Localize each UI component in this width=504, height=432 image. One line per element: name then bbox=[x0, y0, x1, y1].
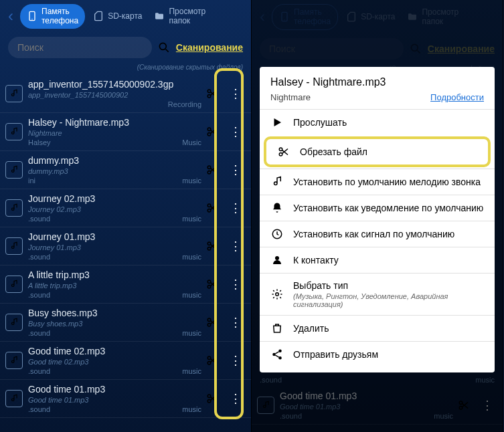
tab-sd-card[interactable]: SD-карта bbox=[89, 8, 146, 24]
list-item[interactable]: Good time 02.mp3 Good time 02.mp3 .sound… bbox=[0, 342, 251, 380]
action-share[interactable]: Отправить друзьям bbox=[260, 341, 495, 367]
cut-button[interactable] bbox=[201, 235, 223, 257]
tab-folders-label: Просмотр папок bbox=[169, 7, 205, 26]
details-link[interactable]: Подробности bbox=[430, 92, 484, 102]
tab-phone-memory[interactable]: Память телефона bbox=[20, 4, 85, 29]
tab-sd-label: SD-карта bbox=[108, 11, 142, 21]
action-clock[interactable]: Установить как сигнал по умолчанию bbox=[260, 221, 495, 247]
cut-button[interactable] bbox=[201, 274, 223, 295]
more-button[interactable]: ⋮ bbox=[226, 393, 246, 405]
screen-right: ‹ Память телефона SD-карта Просмотр папо… bbox=[252, 0, 503, 432]
cut-button[interactable] bbox=[201, 121, 223, 142]
action-bell[interactable]: Установить как уведомление по умолчанию bbox=[260, 195, 495, 221]
more-button[interactable]: ⋮ bbox=[226, 202, 246, 214]
scan-hint: (Сканирование скрытых файлов) bbox=[0, 62, 251, 75]
search-icon[interactable] bbox=[157, 41, 171, 54]
cut-button[interactable] bbox=[201, 350, 223, 371]
tab-folders[interactable]: Просмотр папок bbox=[150, 4, 209, 29]
cut-button[interactable] bbox=[201, 197, 223, 219]
dialog-title: Halsey - Nightmare.mp3 bbox=[270, 76, 484, 88]
list-item[interactable]: Journey 01.mp3 Journey 01.mp3 .soundmusi… bbox=[0, 227, 251, 265]
note-icon bbox=[270, 176, 284, 188]
dialog-subtitle: Nightmare bbox=[270, 92, 311, 102]
cut-button[interactable] bbox=[201, 388, 223, 409]
music-note-icon bbox=[5, 199, 23, 217]
music-note-icon bbox=[5, 352, 23, 369]
more-button[interactable]: ⋮ bbox=[226, 126, 246, 138]
cut-button[interactable] bbox=[201, 312, 223, 333]
music-note-icon bbox=[5, 85, 23, 102]
play-icon bbox=[270, 116, 284, 128]
back-button[interactable]: ‹ bbox=[5, 7, 16, 25]
list-item[interactable]: A little trip.mp3 A little trip.mp3 .sou… bbox=[0, 265, 251, 304]
more-button[interactable]: ⋮ bbox=[226, 354, 246, 366]
more-button[interactable]: ⋮ bbox=[226, 316, 246, 328]
action-play[interactable]: Прослушать bbox=[260, 109, 495, 135]
cut-button[interactable] bbox=[201, 159, 223, 181]
more-button[interactable]: ⋮ bbox=[226, 278, 246, 290]
music-note-icon bbox=[5, 237, 23, 255]
more-button[interactable]: ⋮ bbox=[226, 88, 246, 100]
list-item[interactable]: dummy.mp3 dummy.mp3 inimusic ⋮ bbox=[0, 151, 251, 189]
more-button[interactable]: ⋮ bbox=[226, 164, 246, 176]
context-menu: Halsey - Nightmare.mp3 Nightmare Подробн… bbox=[260, 67, 495, 372]
action-cut[interactable]: Обрезать файл bbox=[264, 136, 491, 167]
screen-left: ‹ Память телефона SD-карта Просмотр папо… bbox=[0, 0, 252, 432]
scan-link[interactable]: Сканирование bbox=[176, 42, 243, 53]
share-icon bbox=[270, 348, 284, 360]
cut-icon bbox=[277, 146, 290, 158]
music-note-icon bbox=[5, 123, 23, 140]
action-trash[interactable]: Удалить bbox=[260, 315, 495, 341]
searchbar: Сканирование bbox=[0, 33, 251, 62]
file-list[interactable]: app_inventor_1557145000902.3gp app_inven… bbox=[0, 75, 251, 418]
music-note-icon bbox=[5, 276, 23, 293]
search-input[interactable] bbox=[8, 37, 152, 58]
tab-phone-label: Память телефона bbox=[41, 7, 78, 26]
trash-icon bbox=[270, 322, 284, 334]
clock-icon bbox=[270, 228, 284, 240]
cut-button[interactable] bbox=[201, 83, 223, 104]
action-contact[interactable]: К контакту bbox=[260, 247, 495, 273]
list-item[interactable]: Halsey - Nightmare.mp3 Nightmare HalseyM… bbox=[0, 113, 251, 151]
list-item[interactable]: Busy shoes.mp3 Busy shoes.mp3 .soundmusi… bbox=[0, 304, 251, 342]
music-note-icon bbox=[5, 314, 23, 331]
music-note-icon bbox=[5, 390, 23, 407]
phone-icon bbox=[27, 11, 37, 21]
action-gear[interactable]: Выбрать тип(Музыка, Рингтон, Уведомление… bbox=[260, 273, 495, 315]
gear-icon bbox=[270, 288, 284, 300]
list-item[interactable]: app_inventor_1557145000902.3gp app_inven… bbox=[0, 75, 251, 113]
list-item[interactable]: Good time 01.mp3 Good time 01.mp3 .sound… bbox=[0, 380, 251, 418]
sd-icon bbox=[93, 11, 104, 21]
more-button[interactable]: ⋮ bbox=[226, 240, 246, 252]
folder-icon bbox=[154, 11, 165, 21]
action-note[interactable]: Установить по умолчанию мелодию звонка bbox=[260, 169, 495, 195]
music-note-icon bbox=[5, 161, 23, 179]
topbar: ‹ Память телефона SD-карта Просмотр папо… bbox=[0, 0, 251, 33]
contact-icon bbox=[270, 254, 284, 266]
bell-icon bbox=[270, 202, 284, 214]
list-item[interactable]: Journey 02.mp3 Journey 02.mp3 .soundmusi… bbox=[0, 189, 251, 227]
